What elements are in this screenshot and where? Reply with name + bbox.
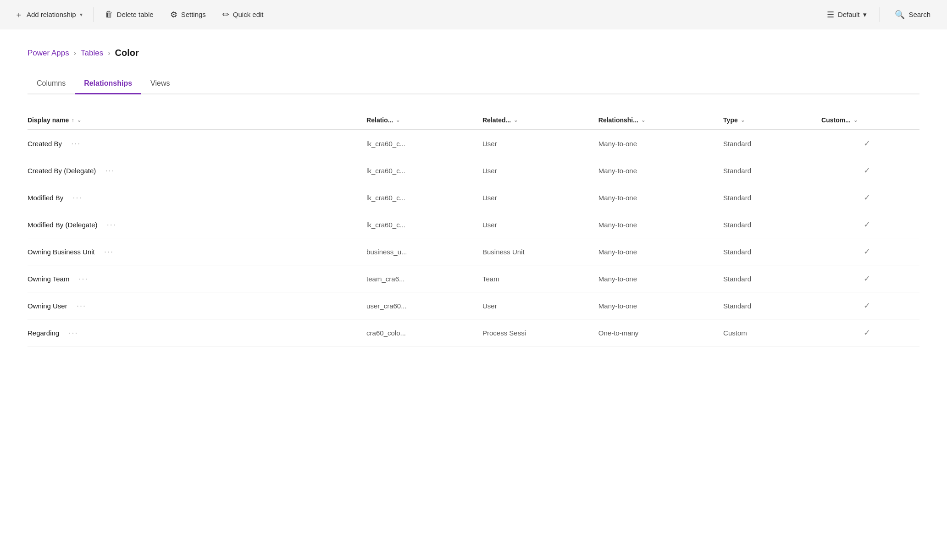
search-icon: 🔍 [895, 10, 905, 20]
cell-display-name: Owning Business Unit ··· [28, 238, 366, 265]
col-custom-label: Custom... [821, 116, 851, 124]
add-relationship-label: Add relationship [27, 11, 76, 18]
col-custom-chevron-icon: ⌄ [853, 117, 858, 123]
row-more-options[interactable]: ··· [107, 220, 116, 229]
cell-customizable: ✓ [821, 211, 919, 238]
cell-type: Standard [723, 265, 821, 292]
quick-edit-label: Quick edit [233, 11, 264, 18]
col-display-chevron-icon: ⌄ [77, 117, 81, 123]
default-view-button[interactable]: ☰ Default ▾ [820, 6, 875, 23]
breadcrumb-tables[interactable]: Tables [81, 49, 103, 58]
table-row[interactable]: Created By (Delegate) ··· lk_cra60_c... … [28, 157, 919, 184]
quick-edit-button[interactable]: ✏ Quick edit [215, 6, 271, 23]
col-related-chevron-icon: ⌄ [514, 117, 518, 123]
cell-customizable: ✓ [821, 265, 919, 292]
cell-related: Business Unit [482, 238, 598, 265]
table-row[interactable]: Modified By ··· lk_cra60_c... User Many-… [28, 184, 919, 211]
hamburger-icon: ☰ [827, 10, 834, 20]
default-label: Default [838, 11, 860, 18]
cell-relationship-type: Many-to-one [598, 157, 723, 184]
relationships-table: Display name ↑ ⌄ Relatio... ⌄ Rela [28, 111, 919, 346]
col-type-label: Type [723, 116, 738, 124]
search-button[interactable]: 🔍 Search [886, 6, 940, 23]
cell-related: Team [482, 265, 598, 292]
breadcrumb-power-apps[interactable]: Power Apps [28, 49, 69, 58]
table-row[interactable]: Owning User ··· user_cra60... User Many-… [28, 292, 919, 319]
edit-icon: ✏ [222, 10, 229, 20]
col-type-chevron-icon: ⌄ [741, 117, 745, 123]
cell-relationship-name: lk_cra60_c... [366, 130, 482, 157]
cell-relationship-type: Many-to-one [598, 184, 723, 211]
cell-related: User [482, 211, 598, 238]
cell-related: User [482, 184, 598, 211]
row-more-options[interactable]: ··· [104, 247, 114, 256]
cell-display-name: Created By ··· [28, 130, 366, 157]
col-relation-label: Relatio... [366, 116, 393, 124]
table-row[interactable]: Regarding ··· cra60_colo... Process Sess… [28, 319, 919, 346]
table-row[interactable]: Modified By (Delegate) ··· lk_cra60_c...… [28, 211, 919, 238]
tab-columns[interactable]: Columns [28, 75, 75, 94]
col-header-relationship-type[interactable]: Relationshi... ⌄ [598, 111, 723, 130]
delete-table-button[interactable]: 🗑 Delete table [98, 6, 161, 23]
add-relationship-chevron-icon: ▾ [80, 11, 83, 18]
col-header-related[interactable]: Related... ⌄ [482, 111, 598, 130]
row-more-options[interactable]: ··· [77, 301, 86, 310]
row-more-options[interactable]: ··· [79, 274, 89, 283]
row-more-options[interactable]: ··· [71, 139, 81, 148]
row-more-options[interactable]: ··· [73, 193, 83, 202]
delete-table-label: Delete table [117, 11, 154, 18]
cell-relationship-type: Many-to-one [598, 292, 723, 319]
cell-customizable: ✓ [821, 292, 919, 319]
breadcrumb-current: Color [115, 48, 139, 58]
cell-display-name: Owning Team ··· [28, 265, 366, 292]
cell-display-name: Modified By (Delegate) ··· [28, 211, 366, 238]
col-relation-chevron-icon: ⌄ [396, 117, 400, 123]
cell-relationship-type: Many-to-one [598, 130, 723, 157]
col-header-type[interactable]: Type ⌄ [723, 111, 821, 130]
toolbar-separator-2 [880, 7, 880, 22]
table-row[interactable]: Created By ··· lk_cra60_c... User Many-t… [28, 130, 919, 157]
tab-views[interactable]: Views [141, 75, 179, 94]
sort-asc-icon: ↑ [72, 117, 74, 123]
tabs: Columns Relationships Views [28, 75, 919, 94]
row-more-options[interactable]: ··· [105, 166, 115, 175]
cell-customizable: ✓ [821, 157, 919, 184]
cell-relationship-name: lk_cra60_c... [366, 184, 482, 211]
cell-related: User [482, 292, 598, 319]
col-reltype-chevron-icon: ⌄ [641, 117, 645, 123]
col-header-relationship-name[interactable]: Relatio... ⌄ [366, 111, 482, 130]
settings-label: Settings [181, 11, 206, 18]
cell-type: Standard [723, 292, 821, 319]
cell-relationship-name: lk_cra60_c... [366, 211, 482, 238]
delete-icon: 🗑 [105, 10, 113, 19]
add-icon: ＋ [15, 9, 23, 20]
cell-display-name: Created By (Delegate) ··· [28, 157, 366, 184]
col-header-display-name[interactable]: Display name ↑ ⌄ [28, 111, 366, 130]
add-relationship-button[interactable]: ＋ Add relationship ▾ [7, 5, 90, 24]
cell-type: Standard [723, 157, 821, 184]
cell-related: User [482, 130, 598, 157]
cell-relationship-type: Many-to-one [598, 238, 723, 265]
row-more-options[interactable]: ··· [68, 328, 78, 337]
breadcrumb-sep-2: › [108, 49, 110, 57]
tab-relationships[interactable]: Relationships [75, 75, 141, 94]
cell-related: User [482, 157, 598, 184]
settings-button[interactable]: ⚙ Settings [163, 6, 213, 23]
cell-relationship-type: Many-to-one [598, 265, 723, 292]
cell-relationship-name: team_cra6... [366, 265, 482, 292]
toolbar: ＋ Add relationship ▾ 🗑 Delete table ⚙ Se… [0, 0, 947, 29]
search-label: Search [908, 11, 930, 18]
cell-customizable: ✓ [821, 184, 919, 211]
cell-relationship-name: user_cra60... [366, 292, 482, 319]
cell-display-name: Modified By ··· [28, 184, 366, 211]
col-header-customizable[interactable]: Custom... ⌄ [821, 111, 919, 130]
table-row[interactable]: Owning Business Unit ··· business_u... B… [28, 238, 919, 265]
breadcrumb: Power Apps › Tables › Color [28, 48, 919, 58]
main-content: Power Apps › Tables › Color Columns Rela… [0, 29, 947, 356]
toolbar-separator-1 [94, 7, 94, 22]
cell-display-name: Regarding ··· [28, 319, 366, 346]
table-row[interactable]: Owning Team ··· team_cra6... Team Many-t… [28, 265, 919, 292]
col-related-label: Related... [482, 116, 511, 124]
cell-type: Standard [723, 211, 821, 238]
cell-relationship-name: business_u... [366, 238, 482, 265]
